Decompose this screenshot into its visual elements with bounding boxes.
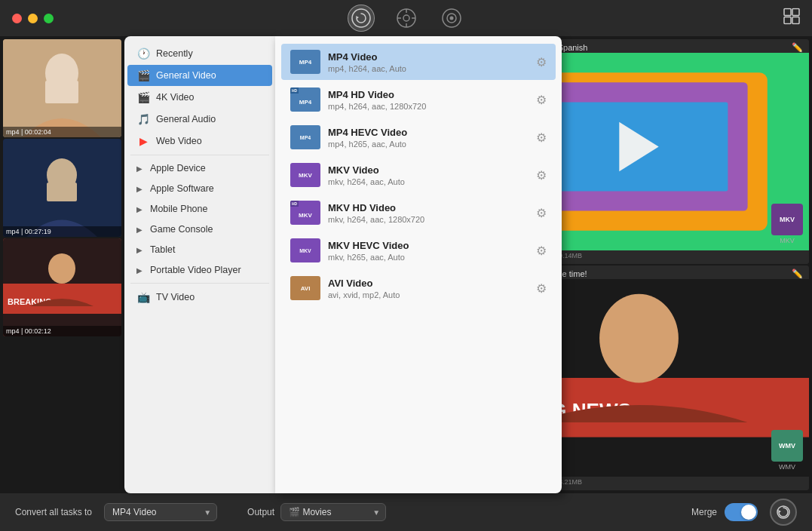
mkvhevc-gear-icon[interactable]: ⚙ (536, 244, 547, 258)
mkv-specs: mkv, h264, aac, Auto (328, 177, 529, 186)
left-panel-portable-video[interactable]: ▶ Portable Video Player (127, 260, 272, 280)
mp4-gear-icon[interactable]: ⚙ (536, 55, 547, 69)
mp4hd-details: MP4 HD Video mp4, h264, aac, 1280x720 (328, 89, 529, 111)
panel-separator-2 (130, 283, 269, 284)
avi-details: AVI Video avi, xvid, mp2, Auto (328, 278, 529, 299)
4k-video-label: 4K Video (156, 92, 195, 103)
format-item-mp4[interactable]: MP4 MP4 Video mp4, h264, aac, Auto ⚙ (281, 44, 556, 80)
left-panel-general-audio[interactable]: 🎵 General Audio (127, 109, 272, 130)
tablet-label: Tablet (150, 244, 175, 255)
mp4-details: MP4 Video mp4, h264, aac, Auto (328, 51, 529, 73)
video-thumbnail-strip: mp4 | 00:02:04 mp4 | 00:27:19 BREAKING m… (0, 36, 124, 493)
output-section: Output 🎬 Movies ▼ (247, 503, 386, 521)
convert-nav-icon[interactable] (348, 5, 375, 32)
format-item-mp4-hevc[interactable]: MP4 MP4 HEVC Video mp4, h265, aac, Auto … (281, 119, 556, 155)
left-panel-apple-device[interactable]: ▶ Apple Device (127, 158, 272, 178)
merge-toggle-knob (741, 505, 756, 520)
mp4hevc-details: MP4 HEVC Video mp4, h265, aac, Auto (328, 127, 529, 149)
mkvhd-gear-icon[interactable]: ⚙ (536, 206, 547, 220)
mp4hd-specs: mp4, h264, aac, 1280x720 (328, 102, 529, 111)
mobile-phone-arrow: ▶ (136, 205, 142, 213)
4k-video-icon: 🎬 (136, 91, 150, 103)
mkv-format-icon: MKV (290, 163, 320, 187)
left-panel-tablet[interactable]: ▶ Tablet (127, 240, 272, 259)
mp4hd-format-icon: HD MP4 (290, 87, 320, 112)
titlebar (0, 0, 812, 36)
mkv-details: MKV Video mkv, h264, aac, Auto (328, 164, 529, 186)
general-audio-label: General Audio (156, 114, 216, 124)
format-item-mkv[interactable]: MKV MKV Video mkv, h264, aac, Auto ⚙ (281, 157, 556, 193)
mp4hd-gear-icon[interactable]: ⚙ (536, 93, 547, 107)
mkvhd-name: MKV HD Video (328, 202, 529, 213)
svg-rect-14 (792, 17, 799, 24)
merge-label: Merge (691, 507, 717, 517)
minimize-button[interactable] (28, 14, 38, 23)
left-panel-game-console[interactable]: ▶ Game Console (127, 219, 272, 239)
thumb-overlay-1: mp4 | 00:02:04 (3, 127, 121, 137)
left-panel-web-video[interactable]: ▶ Web Video (127, 130, 272, 152)
left-panel-4k-video[interactable]: 🎬 4K Video (127, 87, 272, 108)
general-video-icon: 🎬 (136, 69, 150, 81)
svg-rect-20 (47, 183, 77, 201)
web-video-label: Web Video (156, 136, 202, 146)
svg-rect-12 (792, 9, 799, 16)
left-panel-mobile-phone[interactable]: ▶ Mobile Phone (127, 199, 272, 219)
format-item-avi[interactable]: AVI AVI Video avi, xvid, mp2, Auto ⚙ (281, 270, 556, 306)
maximize-button[interactable] (44, 14, 54, 23)
format-item-mp4-hd[interactable]: HD MP4 MP4 HD Video mp4, h264, aac, 1280… (281, 81, 556, 118)
avi-format-icon: AVI (290, 276, 320, 300)
tv-video-icon: 📺 (136, 291, 150, 303)
right-panel: MP4 MP4 Video mp4, h264, aac, Auto ⚙ HD … (275, 36, 562, 493)
mkvhd-specs: mkv, h264, aac, 1280x720 (328, 215, 529, 224)
card-2-format-label: MKV (780, 237, 795, 244)
mkvhd-details: MKV HD Video mkv, h264, aac, 1280x720 (328, 202, 529, 224)
mkvhevc-details: MKV HEVC Video mkv, h265, aac, Auto (328, 240, 529, 262)
card-4-edit-icon[interactable]: ✏️ (792, 269, 803, 279)
web-video-icon: ▶ (136, 135, 150, 147)
panel-separator-1 (130, 155, 269, 155)
svg-point-0 (352, 9, 370, 27)
mobile-phone-label: Mobile Phone (150, 204, 207, 214)
format-item-mkv-hevc[interactable]: MKV MKV HEVC Video mkv, h265, aac, Auto … (281, 232, 556, 269)
left-panel: 🕐 Recently 🎬 General Video 🎬 4K Video 🎵 … (124, 36, 275, 493)
svg-rect-17 (45, 81, 78, 103)
thumbnail-3[interactable]: BREAKING mp4 | 00:02:12 (3, 238, 121, 336)
apple-software-arrow: ▶ (136, 185, 142, 193)
convert-button[interactable] (770, 499, 797, 526)
avi-gear-icon[interactable]: ⚙ (536, 281, 547, 296)
main-content: mp4 | 00:02:04 mp4 | 00:27:19 BREAKING m… (0, 36, 812, 493)
mp4hevc-specs: mp4, h265, aac, Auto (328, 140, 529, 149)
recently-icon: 🕐 (136, 48, 150, 60)
output-label: Output (247, 507, 274, 517)
mkvhd-format-icon: HD MKV (290, 201, 320, 225)
format-item-mkv-hd[interactable]: HD MKV MKV HD Video mkv, h264, aac, 1280… (281, 195, 556, 231)
thumb-overlay-2: mp4 | 00:27:19 (3, 226, 121, 237)
thumbnail-2[interactable]: mp4 | 00:27:19 (3, 139, 121, 237)
settings-nav-icon[interactable] (438, 5, 465, 32)
output-select[interactable]: 🎬 Movies (280, 503, 386, 521)
left-panel-recently[interactable]: 🕐 Recently (127, 43, 272, 64)
bottom-bar: Convert all tasks to MP4 Video ▼ Output … (0, 493, 812, 531)
format-dropdown: 🕐 Recently 🎬 General Video 🎬 4K Video 🎵 … (124, 36, 562, 493)
avi-name: AVI Video (328, 278, 529, 289)
svg-rect-13 (784, 17, 791, 24)
format-select[interactable]: MP4 Video (104, 503, 217, 521)
left-panel-apple-software[interactable]: ▶ Apple Software (127, 179, 272, 198)
grid-view-icon[interactable] (783, 8, 800, 29)
svg-point-10 (449, 17, 453, 20)
close-button[interactable] (12, 14, 22, 23)
card-2-edit-icon[interactable]: ✏️ (792, 42, 803, 53)
apple-software-label: Apple Software (150, 183, 214, 194)
thumb-overlay-3: mp4 | 00:02:12 (3, 326, 121, 336)
thumbnail-1[interactable]: mp4 | 00:02:04 (3, 39, 121, 137)
merge-toggle[interactable] (725, 503, 758, 521)
merge-section: Merge (691, 503, 758, 521)
left-panel-tv-video[interactable]: 📺 TV Video (127, 287, 272, 308)
mp4hevc-gear-icon[interactable]: ⚙ (536, 130, 547, 145)
tools-nav-icon[interactable] (393, 5, 420, 32)
mkv-gear-icon[interactable]: ⚙ (536, 168, 547, 183)
apple-device-arrow: ▶ (136, 164, 142, 173)
mkvhevc-name: MKV HEVC Video (328, 240, 529, 251)
window-controls (12, 14, 54, 23)
left-panel-general-video[interactable]: 🎬 General Video (127, 65, 272, 86)
